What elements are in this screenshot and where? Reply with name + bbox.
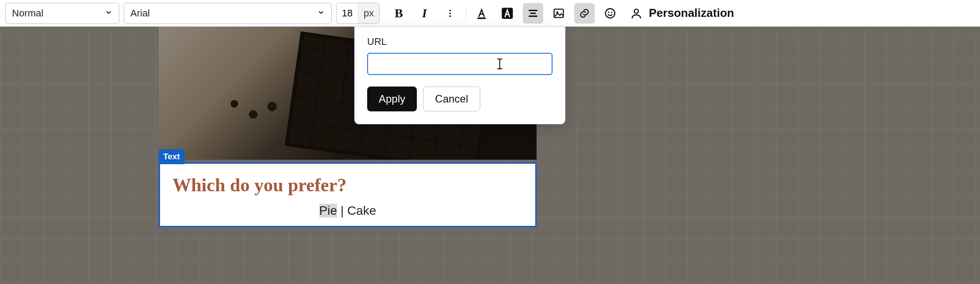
person-icon xyxy=(630,7,643,20)
text-color-icon xyxy=(475,7,488,20)
font-size-value[interactable] xyxy=(337,7,358,20)
font-family-value: Arial xyxy=(130,8,150,19)
svg-point-15 xyxy=(635,9,639,13)
insert-link-button[interactable] xyxy=(574,3,595,24)
paragraph-style-value: Normal xyxy=(12,8,43,19)
insert-image-button[interactable] xyxy=(549,3,569,24)
personalization-button[interactable]: Personalization xyxy=(626,4,738,23)
block-type-tag: Text xyxy=(159,149,184,164)
svg-rect-4 xyxy=(478,17,486,19)
more-vertical-icon xyxy=(445,8,455,18)
svg-point-0 xyxy=(449,9,451,11)
svg-point-2 xyxy=(449,15,451,17)
svg-point-12 xyxy=(606,8,615,18)
chevron-down-icon xyxy=(105,8,113,19)
highlight-icon xyxy=(501,7,514,20)
highlight-color-button[interactable] xyxy=(497,3,517,24)
body-rest[interactable]: Cake xyxy=(347,204,376,217)
insert-link-popover: URL Apply Cancel xyxy=(354,27,565,124)
editor-toolbar: Normal Arial px B I xyxy=(0,0,980,27)
url-input[interactable] xyxy=(367,53,553,75)
svg-point-14 xyxy=(611,12,612,13)
italic-button[interactable]: I xyxy=(414,3,435,24)
insert-emoji-button[interactable] xyxy=(600,3,620,24)
text-block-selected[interactable]: Text Which do you prefer? Pie | Cake xyxy=(159,162,537,227)
bold-button[interactable]: B xyxy=(388,3,409,24)
personalization-label: Personalization xyxy=(649,6,734,20)
svg-point-1 xyxy=(449,12,451,14)
chevron-down-icon xyxy=(317,8,325,19)
apply-button[interactable]: Apply xyxy=(367,87,417,111)
cancel-button[interactable]: Cancel xyxy=(423,87,480,111)
url-field-label: URL xyxy=(367,36,553,47)
align-center-icon xyxy=(527,8,539,19)
bold-icon: B xyxy=(395,6,403,20)
svg-point-13 xyxy=(608,12,609,13)
body-separator: | xyxy=(337,204,347,217)
selected-text[interactable]: Pie xyxy=(319,204,337,217)
text-block-heading[interactable]: Which do you prefer? xyxy=(172,174,535,196)
format-group: B I xyxy=(384,3,738,24)
font-family-select[interactable]: Arial xyxy=(124,3,332,24)
more-formatting-button[interactable] xyxy=(440,3,460,24)
font-size-unit: px xyxy=(358,3,379,24)
popover-button-row: Apply Cancel xyxy=(367,87,553,111)
toolbar-divider xyxy=(466,5,466,21)
font-size-input[interactable]: px xyxy=(336,3,380,24)
text-color-button[interactable] xyxy=(471,3,492,24)
image-icon xyxy=(553,7,565,20)
text-block-body[interactable]: Pie | Cake xyxy=(160,201,535,226)
italic-icon: I xyxy=(422,6,427,20)
link-icon xyxy=(579,8,590,19)
emoji-icon xyxy=(604,7,616,20)
align-button[interactable] xyxy=(523,3,543,24)
paragraph-style-select[interactable]: Normal xyxy=(5,3,119,24)
